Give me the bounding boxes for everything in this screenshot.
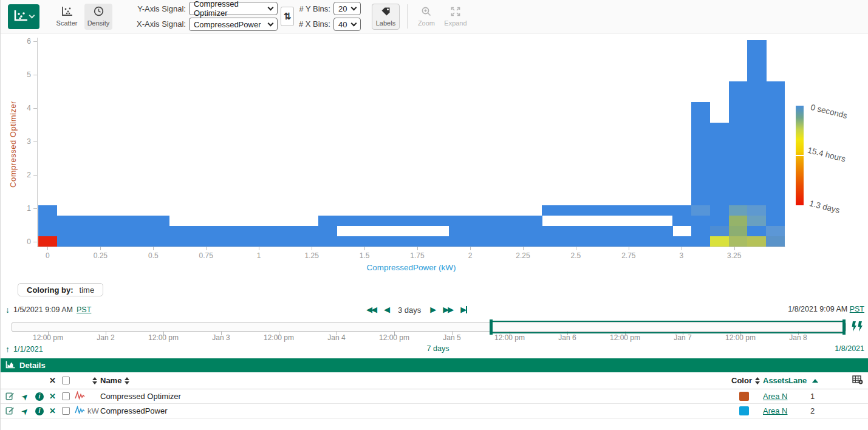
heatmap-cell [299, 236, 318, 247]
legend-label-min: 0 seconds [810, 103, 848, 120]
heatmap-cell [169, 236, 188, 247]
row-checkbox[interactable] [62, 392, 70, 400]
heatmap-cell [710, 226, 729, 237]
selection-right-handle[interactable] [842, 319, 846, 335]
table-row-compressed-optimizer: ➤ i ✕ Compressed Optimizer Area N 1 [1, 389, 868, 404]
range-end-datetime: 1/8/2021 9:09 AM [788, 305, 847, 313]
heatmap-cell [710, 216, 729, 227]
asset-link[interactable]: Area N [763, 392, 787, 401]
heatmap-cell [262, 236, 281, 247]
edit-properties-icon[interactable] [5, 406, 15, 417]
item-name[interactable]: Compressed Optimizer [100, 392, 181, 401]
sort-type-button[interactable] [92, 377, 97, 384]
timeline-tick-label: Jan 3 [200, 333, 242, 342]
add-column-icon[interactable] [852, 375, 863, 386]
auto-update-icon[interactable] [850, 321, 865, 335]
labels-button[interactable]: Labels [372, 4, 400, 30]
y-axis-signal-select[interactable]: Compressed Optimizer [189, 2, 278, 15]
step-forward-half-button[interactable]: ▶ [430, 304, 435, 316]
step-back-full-button[interactable]: ◀◀ [366, 304, 376, 316]
density-mode-button[interactable]: Density [84, 4, 112, 30]
heatmap-cell [691, 154, 710, 165]
range-end-timezone-link[interactable]: PST [850, 305, 864, 313]
selection-left-handle[interactable] [490, 319, 493, 335]
heatmap-cell [94, 236, 113, 247]
heatmap-cell [75, 226, 94, 237]
heatmap-cell [729, 164, 748, 175]
heatmap-cell [57, 216, 76, 227]
timeline-tick-label: Jan 4 [315, 333, 358, 342]
asset-link[interactable]: Area N [763, 406, 787, 415]
heatmap-cell [766, 143, 785, 154]
y-axis-line [37, 38, 38, 247]
heatmap-cell [150, 226, 169, 237]
zoom-in-icon [422, 7, 431, 18]
remove-item-button[interactable]: ✕ [49, 406, 56, 415]
x-axis-signal-select[interactable]: CompressedPower [189, 18, 278, 31]
zoom-button[interactable]: Zoom [412, 4, 440, 30]
lane-sort-asc-icon[interactable] [812, 379, 818, 383]
heatmap-cell [729, 112, 748, 123]
info-icon[interactable]: i [35, 392, 44, 401]
heatmap-cell [691, 226, 710, 237]
heatmap-cell [747, 164, 766, 175]
step-back-half-button[interactable]: ◀ [384, 304, 389, 316]
x-tick-label: 2.5 [558, 251, 594, 260]
heatmap-cell [747, 81, 766, 92]
column-header-lane: Lane [788, 376, 807, 385]
heatmap-cell [729, 174, 748, 185]
remove-all-button[interactable]: ✕ [49, 376, 56, 385]
heatmap-cell [524, 216, 542, 227]
chart-type-menu-button[interactable] [8, 4, 39, 29]
heatmap-cell [672, 216, 691, 227]
sort-name-button[interactable] [125, 377, 129, 384]
heatmap-cell [766, 205, 785, 216]
heatmap-cell [654, 205, 673, 216]
send-to-lane-icon[interactable]: ➤ [19, 405, 31, 417]
heatmap-cell [505, 236, 524, 247]
lane-number: 2 [810, 406, 815, 415]
heatmap-cell [38, 216, 57, 227]
step-forward-full-button[interactable]: ▶▶ [443, 304, 453, 316]
area-chart-icon [5, 361, 15, 370]
edit-properties-icon[interactable] [5, 391, 15, 402]
send-to-lane-icon[interactable]: ➤ [19, 391, 31, 403]
range-start-timezone-link[interactable]: PST [77, 305, 91, 314]
swap-axes-button[interactable]: ⇅ [281, 7, 294, 26]
heatmap-cell [710, 195, 729, 206]
coloring-by-button[interactable]: Coloring by: time [18, 283, 103, 296]
row-checkbox[interactable] [62, 407, 70, 415]
heatmap-cell [374, 236, 393, 247]
coloring-by-label: Coloring by: [27, 285, 73, 295]
heatmap-cell [635, 205, 654, 216]
heatmap-cell [747, 174, 766, 185]
expand-button[interactable]: Expand [442, 4, 470, 30]
heatmap-cell [691, 143, 710, 154]
scatter-mode-button[interactable]: Scatter [53, 4, 81, 30]
heatmap-cell [561, 236, 579, 247]
color-swatch[interactable] [739, 392, 749, 401]
details-panel-header[interactable]: Details [1, 358, 868, 372]
step-to-now-button[interactable]: ▶ [460, 304, 467, 316]
heatmap-cell [729, 216, 748, 227]
x-tick-label: 1.5 [346, 251, 383, 260]
x-axis-signal-value: CompressedPower [194, 20, 261, 29]
y-tick-label: 1 [15, 204, 31, 213]
item-name[interactable]: CompressedPower [100, 406, 168, 415]
heatmap-cell [766, 133, 785, 144]
x-tick [206, 247, 207, 250]
y-tick [33, 175, 37, 176]
select-all-checkbox[interactable] [62, 377, 70, 384]
heatmap-cell [635, 226, 654, 237]
sort-color-button[interactable] [755, 377, 760, 384]
toolbar-divider [407, 4, 408, 29]
y-bins-select[interactable]: 20 [333, 2, 361, 15]
info-icon[interactable]: i [35, 407, 44, 415]
color-swatch[interactable] [739, 406, 749, 415]
timeline-selection-region[interactable] [490, 321, 846, 333]
x-tick [312, 247, 312, 250]
x-bins-select[interactable]: 40 [333, 18, 361, 31]
heatmap-cell [710, 185, 729, 196]
remove-item-button[interactable]: ✕ [49, 392, 56, 401]
heatmap-cell [654, 226, 673, 237]
